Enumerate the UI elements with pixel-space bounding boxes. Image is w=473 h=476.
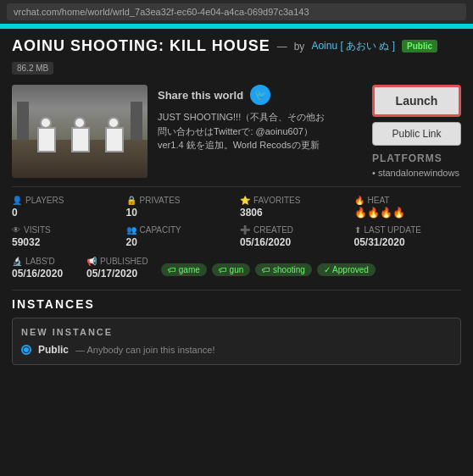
platforms-title: PLATFORMS <box>372 152 461 164</box>
world-thumbnail <box>12 85 147 178</box>
stat-visits: 👁VISITS 59032 <box>12 225 120 248</box>
stat-privates: 🔒PRIVATES 10 <box>126 196 234 219</box>
stat-heat: 🔥HEAT 🔥🔥🔥🔥 <box>354 196 462 219</box>
capacity-value: 20 <box>126 236 234 248</box>
update-icon: ⬆ <box>354 225 361 235</box>
by-separator: — <box>277 41 287 53</box>
radio-desc-public: — Anybody can join this instance! <box>75 345 214 355</box>
stat-last-update: ⬆LAST UPDATE 05/31/2020 <box>354 225 462 248</box>
radio-dot-public[interactable] <box>21 345 31 355</box>
public-badge: Public <box>402 40 437 53</box>
radio-dot-inner <box>24 347 29 352</box>
launch-button[interactable]: Launch <box>372 85 461 117</box>
stat-players: 👤PLAYERS 0 <box>12 196 120 219</box>
share-row: Share this world 🐦 <box>158 85 362 105</box>
tag-gun[interactable]: 🏷 gun <box>212 263 250 276</box>
public-link-button[interactable]: Public Link <box>372 122 461 146</box>
stats-grid: 👤PLAYERS 0 🔒PRIVATES 10 ⭐FAVORITES 3806 … <box>12 186 461 248</box>
tags-row: 🏷 game 🏷 gun 🏷 shooting ✓ Approved <box>161 263 461 276</box>
visits-icon: 👁 <box>12 225 20 235</box>
new-instance-title: NEW INSTANCE <box>21 327 452 337</box>
share-label: Share this world <box>158 89 243 102</box>
stat-capacity: 👥CAPACITY 20 <box>126 225 234 248</box>
visits-value: 59032 <box>12 236 120 248</box>
stat-published: 📢PUBLISHED 05/17/2020 <box>86 257 154 280</box>
stat-created: ➕CREATED 05/16/2020 <box>240 225 348 248</box>
new-instance-box: NEW INSTANCE Public — Anybody can join t… <box>12 318 461 365</box>
privates-value: 10 <box>126 207 234 219</box>
created-value: 05/16/2020 <box>240 236 348 248</box>
favorites-value: 3806 <box>240 207 348 219</box>
share-section: Share this world 🐦 JUST SHOOTING!!!（不具合、… <box>158 85 362 178</box>
platform-item-windows: standalonewindows <box>372 168 461 178</box>
stat-favorites: ⭐FAVORITES 3806 <box>240 196 348 219</box>
size-badge: 86.2 MB <box>12 62 53 75</box>
heat-icon: 🔥 <box>354 196 364 205</box>
published-icon: 📢 <box>86 257 97 266</box>
page-content: AOINU SHOOTING: KILL HOUSE — by Aoinu [ … <box>0 29 473 374</box>
title-row: AOINU SHOOTING: KILL HOUSE — by Aoinu [ … <box>12 37 461 75</box>
privates-icon: 🔒 <box>126 196 136 205</box>
players-icon: 👤 <box>12 196 22 205</box>
tag-approved: ✓ Approved <box>317 263 376 276</box>
capacity-icon: 👥 <box>126 225 136 235</box>
twitter-share-button[interactable]: 🐦 <box>250 85 270 105</box>
published-value: 05/17/2020 <box>86 268 154 280</box>
platforms-section: PLATFORMS standalonewindows <box>372 152 461 178</box>
tag-game[interactable]: 🏷 game <box>161 263 207 276</box>
radio-public[interactable]: Public — Anybody can join this instance! <box>21 344 452 356</box>
heat-value: 🔥🔥🔥🔥 <box>354 207 462 219</box>
tag-shooting[interactable]: 🏷 shooting <box>255 263 312 276</box>
world-title: AOINU SHOOTING: KILL HOUSE <box>12 37 270 55</box>
radio-label-public: Public <box>38 344 69 356</box>
stat-labsd: 🔬LABS'D 05/16/2020 <box>12 257 80 280</box>
labsd-value: 05/16/2020 <box>12 268 80 280</box>
players-value: 0 <box>12 207 120 219</box>
url-bar[interactable]: vrchat.com/home/world/wrld_7a3ea32f-ec60… <box>7 3 466 20</box>
by-label: by <box>294 41 305 53</box>
instances-title: INSTANCES <box>12 297 461 311</box>
browser-bar: vrchat.com/home/world/wrld_7a3ea32f-ec60… <box>0 0 473 24</box>
author-link[interactable]: Aoinu [ あおい ぬ ] <box>311 39 395 53</box>
favorites-icon: ⭐ <box>240 196 250 205</box>
created-icon: ➕ <box>240 225 250 235</box>
instances-section: INSTANCES NEW INSTANCE Public — Anybody … <box>12 290 461 365</box>
labs-icon: 🔬 <box>12 257 22 266</box>
update-value: 05/31/2020 <box>354 236 462 248</box>
url-text: vrchat.com/home/world/wrld_7a3ea32f-ec60… <box>14 7 309 17</box>
world-description: JUST SHOOTING!!!（不具合、その他お問い合わせはTwitterで:… <box>158 110 327 152</box>
